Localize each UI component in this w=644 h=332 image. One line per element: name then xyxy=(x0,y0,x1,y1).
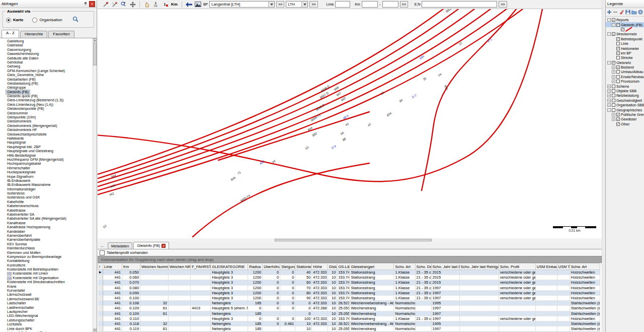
table-row[interactable]: 4410.109614419Hauptgleis 5 (ehem. NG2)00… xyxy=(98,306,600,311)
list-item[interactable]: Hochspannungskabel xyxy=(7,162,93,166)
tree-checkbox[interactable] xyxy=(612,94,615,97)
tree-item[interactable]: −✓Gleisnetz xyxy=(606,60,644,65)
list-item[interactable]: IB-Erdbauwerk xyxy=(7,179,93,183)
column-header[interactable]: Höhe xyxy=(312,263,328,270)
list-item[interactable]: Huckepacksignale xyxy=(7,170,93,174)
km-to-input[interactable] xyxy=(382,1,398,8)
scroll-up-icon[interactable]: ▲ xyxy=(93,38,97,42)
column-header[interactable]: Scho. Jahr last Erneuerung xyxy=(431,263,459,270)
tree-item[interactable]: +Organisation SBB xyxy=(606,103,644,107)
tree-item[interactable]: +✓Politische Grenzen xyxy=(606,112,644,117)
list-item[interactable]: Gleisstromkreis xyxy=(7,119,93,123)
open-folder-icon[interactable] xyxy=(631,10,637,15)
expand-icon[interactable]: + xyxy=(612,117,615,121)
column-header[interactable]: Scho. Jahr last Reinigung xyxy=(459,263,499,270)
list-item[interactable]: LED-Weichensignal xyxy=(7,314,93,318)
map-canvas[interactable]: 9006 D6676696629008 D9007 D9008 D9009 F1… xyxy=(98,9,602,238)
list-item[interactable]: Hilfs-Beistellsignal xyxy=(7,154,93,158)
tree-item[interactable]: +Geschwindigkeit xyxy=(606,98,644,103)
gleisnummer-tool-icon[interactable]: 1 xyxy=(161,1,169,8)
list-item[interactable]: GFM-Kennzeichen (Lange Schenkel) xyxy=(7,69,93,73)
expand-icon[interactable]: + xyxy=(612,65,615,69)
eraser-icon[interactable] xyxy=(619,10,624,15)
table-row[interactable]: 4410.11832Nebengleis18500.46110472.33310… xyxy=(98,321,600,326)
tree-checkbox[interactable] xyxy=(612,103,615,107)
radio-organisation[interactable] xyxy=(32,18,37,23)
table-row[interactable]: ▶4410.050Hauptgleis 312000040472.3331015… xyxy=(98,270,600,275)
scroll-down-icon[interactable]: ▼ xyxy=(93,328,97,332)
list-item[interactable]: Gleisinfo quick (FB) xyxy=(7,94,93,98)
tree-checkbox[interactable]: ✓ xyxy=(616,23,620,27)
list-item[interactable]: Gleis_Geometrie_Höhe xyxy=(7,73,93,77)
tree-item[interactable]: ✓ xyxy=(606,27,644,32)
table-row[interactable]: 4410.090Hauptgleis 312000080472.33310153… xyxy=(98,290,600,295)
list-item[interactable]: Kabeltrasse xyxy=(7,209,93,213)
km-from-input[interactable] xyxy=(362,1,378,8)
list-item[interactable]: Haltekante xyxy=(7,137,93,141)
expand-icon[interactable]: + xyxy=(612,80,615,83)
tree-checkbox[interactable]: ✓ xyxy=(616,122,620,126)
list-item[interactable]: Kanaltrasse Hochspannung xyxy=(7,225,93,229)
list-item[interactable]: Gleisstromkreis (Mengengerüst) xyxy=(7,124,93,128)
tree-checkbox[interactable]: ✓ xyxy=(616,51,620,55)
column-header[interactable]: GS-Länge xyxy=(337,263,350,270)
list-item[interactable]: Kleintierdurchlass xyxy=(7,246,93,250)
list-item[interactable]: Lärmschutzwand BE xyxy=(7,297,93,301)
tree-checkbox[interactable] xyxy=(612,89,615,93)
map-horizontal-scrollbar[interactable] xyxy=(98,238,602,242)
column-header[interactable]: USM Einbaujahr xyxy=(535,263,557,270)
list-item[interactable]: Gleisknotenpunkte (FB) xyxy=(7,107,93,111)
station-combobox[interactable]: LTH xyxy=(286,1,308,8)
globe-icon[interactable] xyxy=(638,10,643,15)
en-input[interactable] xyxy=(422,1,497,8)
list-item[interactable]: Hauptsignal xyxy=(7,141,93,145)
column-header[interactable]: Überhöhung xyxy=(263,263,280,270)
column-header[interactable]: Steigung xyxy=(280,263,295,270)
close-icon[interactable]: × xyxy=(89,1,95,7)
column-header[interactable]: Stationierung xyxy=(295,263,312,270)
table-row[interactable]: 4410.060Hauptgleis 312000050472.33310153… xyxy=(98,275,600,280)
tree-checkbox[interactable] xyxy=(616,80,620,83)
collapse-icon[interactable]: − xyxy=(607,32,611,36)
tabellenprofil-checkbox[interactable] xyxy=(100,250,105,255)
table-row[interactable]: 4410.10961Nebengleis18501025.055Weichens… xyxy=(98,311,600,316)
column-header[interactable]: Radius xyxy=(248,263,263,270)
list-item[interactable]: Kompressor zu Bremsprobeanlage xyxy=(7,255,93,259)
list-item[interactable]: Karrenüberfahrtplatte xyxy=(7,238,93,242)
tree-checkbox[interactable]: ✓ xyxy=(621,28,624,31)
list-item[interactable]: Hörnerschalter xyxy=(7,166,93,170)
tree-checkbox[interactable]: ✓ xyxy=(616,113,620,116)
map-image-icon[interactable] xyxy=(194,1,202,8)
list-item[interactable]: Gasweichenheizung xyxy=(7,52,93,56)
list-item[interactable]: Gleisinfo (FB) xyxy=(7,90,93,94)
tab-gleisinfo[interactable]: Gleisinfo (FB) × xyxy=(133,242,169,249)
list-scrollbar[interactable]: ▲ ▼ xyxy=(93,38,97,332)
expand-icon[interactable]: + xyxy=(607,103,611,107)
radio-karte[interactable] xyxy=(6,18,11,23)
list-item[interactable]: Krane xyxy=(7,285,93,289)
list-item[interactable]: Lasttrennschalter xyxy=(7,306,93,310)
column-header[interactable]: Scho. Art xyxy=(394,263,415,270)
table-row[interactable]: 4410.070Hauptgleis 312000060472.33310153… xyxy=(98,280,600,285)
list-item[interactable]: Hauptsignale und Gleisstrang xyxy=(7,149,93,153)
column-header[interactable]: Gleisstrangart xyxy=(350,263,394,270)
column-header[interactable]: ! xyxy=(98,263,103,270)
list-item[interactable]: Kostenstelle mit Streckenabschnitten xyxy=(7,280,93,284)
select-pin-icon[interactable] xyxy=(102,1,109,8)
tree-item[interactable]: +✓Bestand xyxy=(606,65,644,70)
column-header[interactable]: Scho. Profil xyxy=(499,263,535,270)
list-item[interactable]: Lautsprecher xyxy=(7,310,93,314)
list-item[interactable]: Isolierstoss und GSK xyxy=(7,195,93,200)
expand-icon[interactable]: + xyxy=(612,113,615,116)
collapse-icon[interactable]: − xyxy=(607,18,611,22)
column-header[interactable]: Scho. Dicke xyxy=(415,263,431,270)
tree-item[interactable]: ✓Hektometer xyxy=(606,46,644,50)
list-item[interactable]: KEV Sunrise xyxy=(7,242,93,246)
expand-icon[interactable]: + xyxy=(612,75,615,79)
list-item[interactable]: Kanaltrasse xyxy=(7,221,93,225)
list-item[interactable]: Gleis-Linienbezug (Neu (1,4)) xyxy=(7,103,93,107)
scrollbar-thumb[interactable] xyxy=(275,239,432,241)
collapse-icon[interactable]: − xyxy=(612,23,615,27)
en-more-button[interactable]: >> xyxy=(499,1,507,8)
tree-checkbox[interactable]: ✓ xyxy=(612,61,615,64)
